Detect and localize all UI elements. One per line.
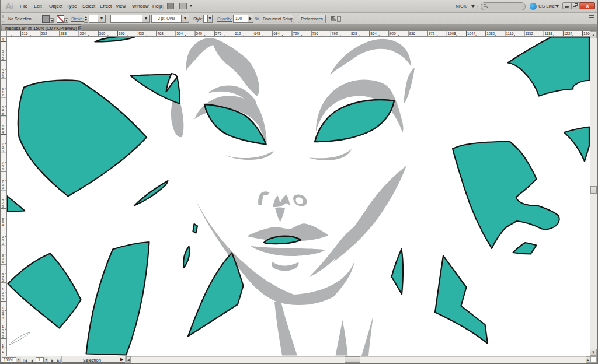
svg-text:2: 2: [2, 186, 4, 190]
svg-text:828: 828: [351, 32, 357, 36]
svg-text:1116: 1116: [506, 32, 514, 36]
svg-text:360: 360: [99, 32, 106, 36]
svg-text:1260: 1260: [583, 32, 590, 36]
svg-text:1: 1: [2, 350, 4, 354]
svg-text:684: 684: [273, 32, 280, 36]
svg-text:504: 504: [177, 32, 183, 36]
svg-text:576: 576: [215, 32, 222, 36]
svg-text:0: 0: [2, 149, 4, 153]
svg-text:432: 432: [138, 32, 144, 36]
svg-text:0: 0: [2, 57, 4, 60]
svg-text:8: 8: [2, 112, 4, 116]
svg-text:396: 396: [119, 32, 125, 36]
svg-text:0: 0: [2, 242, 4, 246]
svg-text:1044: 1044: [467, 32, 476, 36]
svg-text:1224: 1224: [564, 32, 573, 36]
svg-text:900: 900: [390, 32, 396, 36]
svg-text:252: 252: [41, 32, 47, 36]
svg-text:1080: 1080: [486, 32, 495, 36]
svg-text:8: 8: [2, 298, 4, 301]
svg-text:1188: 1188: [545, 32, 553, 36]
svg-text:0: 0: [2, 335, 4, 338]
svg-text:720: 720: [293, 32, 300, 36]
svg-text:8: 8: [2, 205, 4, 208]
svg-text:324: 324: [80, 32, 86, 36]
svg-text:6: 6: [2, 167, 4, 171]
svg-text:288: 288: [60, 32, 67, 36]
svg-text:216: 216: [22, 32, 28, 36]
svg-text:936: 936: [409, 32, 416, 36]
svg-text:6: 6: [2, 75, 4, 78]
svg-text:468: 468: [157, 32, 164, 36]
svg-text:1008: 1008: [448, 32, 457, 36]
svg-text:6: 6: [2, 260, 4, 264]
svg-text:1152: 1152: [526, 32, 534, 36]
svg-text:2: 2: [2, 93, 4, 97]
svg-text:792: 792: [332, 32, 338, 36]
svg-text:612: 612: [235, 32, 241, 36]
svg-text:756: 756: [312, 32, 319, 36]
svg-text:540: 540: [196, 32, 203, 36]
svg-text:864: 864: [370, 32, 377, 36]
svg-text:648: 648: [254, 32, 260, 36]
svg-text:2: 2: [2, 279, 4, 282]
svg-text:972: 972: [429, 32, 435, 36]
